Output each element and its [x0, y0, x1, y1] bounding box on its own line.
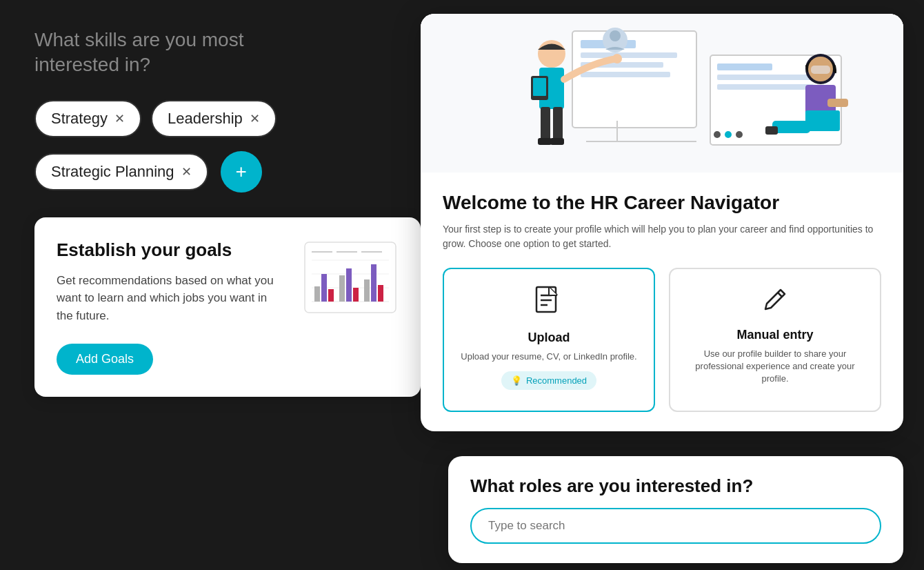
skill-tags-row2: Strategic Planning ✕ + [34, 151, 421, 193]
svg-point-29 [714, 131, 721, 138]
svg-point-38 [612, 54, 622, 63]
svg-rect-35 [553, 107, 563, 141]
svg-rect-43 [811, 66, 830, 74]
pencil-icon [761, 286, 789, 320]
upload-title: Upload [528, 331, 570, 345]
svg-rect-7 [328, 289, 334, 302]
welcome-description: Your first step is to create your profil… [443, 222, 881, 251]
upload-desc: Upload your resume, CV, or LinkedIn prof… [461, 351, 636, 363]
svg-rect-28 [717, 84, 814, 90]
svg-rect-45 [805, 110, 840, 131]
bulb-icon: 💡 [511, 375, 522, 386]
roles-search-input[interactable] [470, 508, 881, 544]
welcome-title: Welcome to the HR Career Navigator [443, 192, 881, 214]
svg-point-30 [725, 131, 732, 138]
svg-rect-46 [772, 121, 810, 133]
upload-icon [535, 286, 563, 322]
svg-rect-47 [765, 126, 778, 135]
roles-question: What roles are you interested in? [470, 475, 881, 497]
svg-rect-13 [378, 285, 383, 302]
goals-title: Establish your goals [57, 239, 285, 261]
goals-description: Get recommendations based on what you wa… [57, 272, 285, 325]
roles-card: What roles are you interested in? [448, 456, 903, 563]
svg-rect-12 [371, 264, 376, 302]
remove-strategic-planning-btn[interactable]: ✕ [181, 164, 192, 179]
svg-rect-11 [364, 279, 370, 302]
svg-rect-6 [321, 274, 327, 302]
profile-options-row: Upload Upload your resume, CV, or Linked… [443, 268, 881, 412]
chart-illustration [302, 239, 399, 315]
main-card: Welcome to the HR Career Navigator Your … [421, 14, 903, 431]
svg-line-55 [778, 293, 782, 297]
skill-tag-leadership[interactable]: Leadership ✕ [151, 100, 277, 137]
recommended-label: Recommended [526, 375, 587, 386]
left-panel: What skills are you most interested in? … [34, 28, 421, 397]
svg-rect-37 [550, 138, 564, 145]
svg-rect-8 [339, 275, 345, 302]
skill-tags-row1: Strategy ✕ Leadership ✕ [34, 100, 421, 137]
svg-rect-26 [717, 63, 772, 70]
add-skill-button[interactable]: + [221, 151, 262, 193]
hero-illustration [421, 14, 903, 173]
svg-rect-9 [346, 268, 352, 302]
svg-point-31 [736, 131, 743, 138]
svg-point-24 [610, 30, 621, 41]
skill-label-strategy: Strategy [51, 110, 108, 128]
svg-rect-40 [533, 78, 546, 96]
remove-strategy-btn[interactable]: ✕ [114, 111, 125, 126]
svg-rect-22 [581, 72, 670, 77]
svg-rect-5 [314, 286, 320, 302]
skills-question: What skills are you most interested in? [34, 28, 421, 78]
goals-card: Establish your goals Get recommendations… [34, 217, 421, 397]
svg-rect-48 [827, 99, 848, 107]
skill-label-leadership: Leadership [168, 110, 243, 128]
manual-title: Manual entry [736, 328, 813, 342]
svg-rect-20 [581, 52, 677, 58]
skill-label-strategic-planning: Strategic Planning [51, 163, 174, 181]
skill-tag-strategic-planning[interactable]: Strategic Planning ✕ [34, 153, 208, 190]
upload-option-card[interactable]: Upload Upload your resume, CV, or Linked… [443, 268, 655, 412]
svg-rect-36 [538, 138, 552, 145]
recommended-badge: 💡 Recommended [501, 371, 596, 390]
goals-text-content: Establish your goals Get recommendations… [57, 239, 285, 375]
manual-entry-option-card[interactable]: Manual entry Use our profile builder to … [669, 268, 881, 412]
skill-tag-strategy[interactable]: Strategy ✕ [34, 100, 141, 137]
svg-rect-10 [353, 288, 359, 302]
manual-desc: Use our profile builder to share your pr… [684, 348, 866, 386]
add-goals-button[interactable]: Add Goals [57, 344, 153, 375]
svg-rect-34 [541, 107, 550, 141]
welcome-content: Welcome to the HR Career Navigator Your … [421, 173, 903, 431]
remove-leadership-btn[interactable]: ✕ [250, 111, 260, 126]
